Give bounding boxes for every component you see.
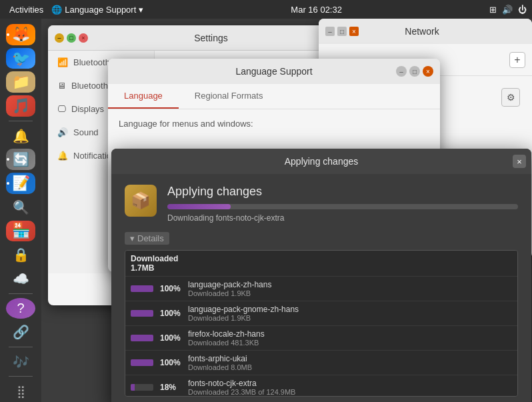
detail-text-1: language-pack-zh-hans Downloaded 1.9KB <box>188 280 512 297</box>
detail-bar-fill-1 <box>131 285 153 292</box>
dock-rhythmbox[interactable]: 🎵 <box>6 95 35 117</box>
dock-writer[interactable]: 📝 <box>6 173 35 194</box>
detail-bar-fill-4 <box>131 359 153 366</box>
dock-thunderbird[interactable]: 🐦 <box>6 48 35 69</box>
dock: 🦊 🐦 📁 🎵 🔔 🔄 📝 🔍 🏪 🔒 ☁️ ? 🔗 🎶 <box>0 19 41 402</box>
dock-search[interactable]: 🔍 <box>6 197 35 218</box>
detail-size-5: Downloaded 23.3MB of 124.9MB <box>188 388 512 396</box>
detail-text-3: firefox-locale-zh-hans Downloaded 481.3K… <box>188 329 512 347</box>
applying-changes-dialog: Applying changes × 📦 Applying changes Do… <box>111 149 531 402</box>
detail-item-3: 100% firefox-locale-zh-hans Downloaded 4… <box>125 326 517 351</box>
lang-maximize[interactable]: □ <box>409 66 420 77</box>
detail-item-1: 100% language-pack-zh-hans Downloaded 1.… <box>125 277 517 301</box>
dock-share[interactable]: 🔗 <box>6 321 35 343</box>
taskbar-app[interactable]: 🌐 Language Support ▾ <box>51 5 143 15</box>
detail-item-2: 100% language-pack-gnome-zh-hans Downloa… <box>125 301 517 326</box>
maximize-button[interactable]: □ <box>67 33 76 43</box>
detail-name-1: language-pack-zh-hans <box>188 280 512 289</box>
network-gear-button[interactable]: ⚙ <box>501 88 520 107</box>
lang-tabs: Language Regional Formats <box>108 84 440 109</box>
dock-lock[interactable]: 🔒 <box>6 244 35 265</box>
activities-button[interactable]: Activities <box>5 3 47 16</box>
lang-minimize[interactable]: – <box>396 66 407 77</box>
details-label: Details <box>137 233 164 243</box>
network-maximize[interactable]: □ <box>337 27 347 36</box>
power-icon[interactable]: ⏻ <box>518 5 527 15</box>
minimize-button[interactable]: – <box>55 33 64 43</box>
dock-files[interactable]: 📁 <box>6 71 35 93</box>
applying-close-button[interactable]: × <box>513 155 526 168</box>
dock-update[interactable]: 🔄 <box>6 149 35 170</box>
writer-icon: 📝 <box>12 175 30 192</box>
dock-appstore[interactable]: 🏪 <box>6 221 35 242</box>
detail-name-3: firefox-locale-zh-hans <box>188 329 512 339</box>
dock-separator-2 <box>9 293 33 294</box>
details-toggle[interactable]: ▾ Details <box>125 232 169 245</box>
music-icon: 🎶 <box>13 354 29 370</box>
desktop: – □ × Settings 🔍 ☰ 📶 Bluetooth 🖥 Bluetoo… <box>41 19 532 402</box>
bluetooth-icon: 📶 <box>57 57 68 67</box>
display-icon: 🖵 <box>57 104 66 114</box>
applying-body: 📦 Applying changes Downloading fonts-not… <box>111 174 531 402</box>
dock-music[interactable]: 🎶 <box>6 351 35 373</box>
detail-size-3: Downloaded 481.3KB <box>188 339 512 347</box>
appstore-icon: 🏪 <box>12 222 30 239</box>
applying-header: 📦 Applying changes Downloading fonts-not… <box>125 185 518 223</box>
taskbar-left: Activities 🌐 Language Support ▾ <box>5 3 143 16</box>
rhythmbox-icon: 🎵 <box>12 97 30 115</box>
lang-titlebar: Language Support – □ × <box>108 59 440 84</box>
dock-separator-3 <box>9 347 33 347</box>
lang-titlebar-btns: – □ × <box>396 66 433 77</box>
detail-text-4: fonts-arphic-ukai Downloaded 8.0MB <box>188 354 512 371</box>
apps-icon: ⣿ <box>17 384 25 399</box>
update-icon: 🔄 <box>13 151 29 167</box>
detail-name-4: fonts-arphic-ukai <box>188 354 512 363</box>
detail-bar-bg-1 <box>131 285 153 292</box>
network-titlebar: – □ × Network <box>319 19 532 44</box>
screen-icon: 🖥 <box>57 81 66 91</box>
taskbar-app-name: Language Support <box>65 5 136 15</box>
lang-close[interactable]: × <box>423 66 433 77</box>
applying-progress-bar <box>167 204 518 209</box>
lang-body: Language for menus and windows: <box>108 109 440 138</box>
detail-pct-4: 100% <box>160 358 188 367</box>
network-minimize[interactable]: – <box>325 27 335 36</box>
sound-icon[interactable]: 🔊 <box>502 5 513 15</box>
detail-bar-bg-5 <box>131 384 153 391</box>
detail-size-4: Downloaded 8.0MB <box>188 363 512 371</box>
network-title: Network <box>405 26 439 37</box>
detail-bar-bg-2 <box>131 310 153 317</box>
applying-progress-fill <box>167 204 231 209</box>
detail-name-5: fonts-noto-cjk-extra <box>188 379 512 388</box>
settings-title: Settings <box>93 33 329 43</box>
detail-size-1: Downloaded 1.9KB <box>188 289 512 297</box>
box-icon: 📦 <box>131 191 151 210</box>
files-icon: 📁 <box>12 73 30 91</box>
detail-item-5: 18% fonts-noto-cjk-extra Downloaded 23.3… <box>125 375 517 397</box>
detail-text-2: language-pack-gnome-zh-hans Downloaded 1… <box>188 305 512 322</box>
detail-pct-1: 100% <box>160 284 188 293</box>
network-add-button[interactable]: + <box>509 52 525 68</box>
dock-apps[interactable]: ⣿ <box>6 381 35 402</box>
dock-firefox[interactable]: 🦊 <box>6 24 35 45</box>
detail-bar-fill-3 <box>131 335 153 341</box>
tab-regional-formats[interactable]: Regional Formats <box>179 84 279 109</box>
taskbar: Activities 🌐 Language Support ▾ Mar 16 0… <box>0 0 532 19</box>
dock-separator <box>9 121 33 121</box>
detail-item-4: 100% fonts-arphic-ukai Downloaded 8.0MB <box>125 351 517 375</box>
search-icon: 🔍 <box>13 199 29 215</box>
notif-icon: 🔔 <box>57 151 68 161</box>
network-close[interactable]: × <box>349 27 359 36</box>
tab-language[interactable]: Language <box>108 84 179 109</box>
dock-notifications[interactable]: 🔔 <box>6 125 35 147</box>
detail-bar-bg-3 <box>131 335 153 341</box>
detail-bar-fill-2 <box>131 310 153 317</box>
dock-cloud[interactable]: ☁️ <box>6 268 35 289</box>
detail-bar-bg-4 <box>131 359 153 366</box>
cloud-icon: ☁️ <box>13 271 29 287</box>
dock-help[interactable]: ? <box>6 298 35 319</box>
network-status-icon[interactable]: ⊞ <box>489 5 497 15</box>
lock-icon: 🔒 <box>13 247 29 263</box>
close-button[interactable]: × <box>79 33 88 43</box>
applying-dialog-title: Applying changes <box>285 156 359 167</box>
